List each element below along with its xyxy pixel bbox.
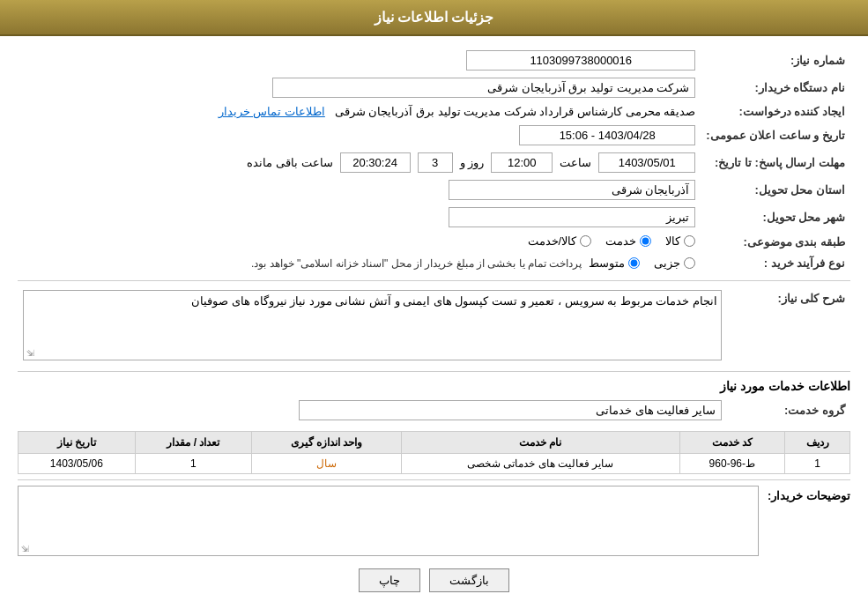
city-value: تبریز: [18, 204, 701, 231]
response-time-box: 12:00: [491, 152, 553, 173]
category-option-both[interactable]: کالا/خدمت: [528, 234, 592, 248]
col-header-date: تاریخ نیاز: [19, 432, 136, 454]
province-label: استان محل تحویل:: [701, 176, 850, 204]
purchase-radio-partial[interactable]: [684, 257, 695, 269]
purchase-type-label: نوع فرآیند خرید :: [701, 253, 850, 273]
time-label: ساعت: [560, 156, 591, 169]
need-number-label: شماره نیاز:: [701, 47, 850, 74]
service-group-value: سایر فعالیت های خدماتی: [18, 397, 727, 424]
button-row: بازگشت چاپ: [18, 568, 850, 592]
buyer-org-row: نام دستگاه خریدار: شرکت مدیریت تولید برق…: [18, 74, 850, 101]
purchase-radio-group: جزیی متوسط: [589, 256, 695, 270]
category-option-goods[interactable]: کالا: [665, 234, 695, 248]
city-box: تبریز: [449, 207, 695, 227]
print-button[interactable]: چاپ: [359, 568, 420, 592]
creator-text: صدیقه محرمی کارشناس قرارداد شرکت مدیریت …: [335, 105, 696, 118]
purchase-type-flex: جزیی متوسط پرداخت تمام یا بخشی از مبلغ خ…: [23, 256, 695, 270]
page-title: جزئیات اطلاعات نیاز: [375, 10, 494, 25]
service-group-row: گروه خدمت: سایر فعالیت های خدماتی: [18, 397, 850, 424]
city-label: شهر محل تحویل:: [701, 204, 850, 231]
response-date-box: 1403/05/01: [598, 152, 695, 173]
need-summary-text: انجام خدمات مربوط به سرویس ، تعمیر و تست…: [191, 294, 717, 308]
day-label: روز و: [460, 156, 485, 169]
creator-link[interactable]: اطلاعات تماس خریدار: [219, 105, 325, 118]
services-table-body: 1ط-96-960سایر فعالیت های خدماتی شخصیسال1…: [19, 454, 850, 474]
purchase-option-medium[interactable]: متوسط: [589, 256, 640, 270]
remaining-label: ساعت باقی مانده: [247, 156, 332, 169]
category-goods-label: کالا: [665, 234, 680, 248]
buyer-description-container: توضیحات خریدار: ⇲: [18, 486, 850, 556]
need-number-box: 1103099738000016: [466, 50, 695, 71]
category-radio-goods[interactable]: [684, 235, 695, 247]
page-header: جزئیات اطلاعات نیاز: [0, 0, 868, 36]
need-summary-table: شرح کلی نیاز: انجام خدمات مربوط به سرویس…: [18, 286, 850, 364]
creator-label: ایجاد کننده درخواست:: [701, 101, 850, 122]
category-radio-both[interactable]: [580, 235, 591, 247]
col-header-unit: واحد اندازه گیری: [252, 432, 402, 454]
resize-icon-2: ⇲: [22, 544, 29, 553]
buyer-description-box: ⇲: [18, 486, 759, 556]
creator-value: صدیقه محرمی کارشناس قرارداد شرکت مدیریت …: [18, 101, 701, 122]
back-button[interactable]: بازگشت: [429, 568, 509, 592]
buyer-description-area: ⇲: [18, 486, 759, 556]
table-cell: ط-96-960: [679, 454, 784, 474]
category-both-label: کالا/خدمت: [528, 234, 577, 248]
divider-3: [18, 479, 850, 480]
province-box: آذربایجان شرقی: [449, 180, 695, 200]
purchase-medium-label: متوسط: [589, 256, 625, 270]
category-option-service[interactable]: خدمت: [605, 234, 651, 248]
need-summary-box: انجام خدمات مربوط به سرویس ، تعمیر و تست…: [23, 290, 722, 360]
services-section-title: اطلاعات خدمات مورد نیاز: [18, 379, 850, 393]
category-radio-group: کالا خدمت کالا/خدمت: [528, 234, 696, 248]
services-table: ردیف کد خدمت نام خدمت واحد اندازه گیری ت…: [18, 431, 850, 474]
table-row: 1ط-96-960سایر فعالیت های خدماتی شخصیسال1…: [19, 454, 850, 474]
announce-box: 1403/04/28 - 15:06: [519, 125, 695, 145]
category-label: طبقه بندی موضوعی:: [701, 231, 850, 253]
table-cell: 1: [785, 454, 850, 474]
buyer-org-box: شرکت مدیریت تولید برق آذربایجان شرقی: [272, 78, 695, 98]
buyer-org-label: نام دستگاه خریدار:: [701, 74, 850, 101]
service-group-label: گروه خدمت:: [727, 397, 850, 424]
deadline-value: 1403/05/01 ساعت 12:00 روز و 3 20:30:24 س…: [18, 149, 701, 176]
province-row: استان محل تحویل: آذربایجان شرقی: [18, 176, 850, 204]
col-header-row: ردیف: [785, 432, 850, 454]
table-cell: سایر فعالیت های خدماتی شخصی: [402, 454, 680, 474]
city-row: شهر محل تحویل: تبریز: [18, 204, 850, 231]
service-group-box: سایر فعالیت های خدماتی: [299, 400, 722, 420]
col-header-code: کد خدمت: [679, 432, 784, 454]
buyer-description-label: توضیحات خریدار:: [768, 486, 850, 502]
purchase-radio-medium[interactable]: [628, 257, 640, 269]
category-service-label: خدمت: [605, 234, 636, 248]
purchase-notice: پرداخت تمام یا بخشی از مبلغ خریدار از مح…: [251, 257, 582, 270]
need-summary-label: شرح کلی نیاز:: [727, 286, 850, 364]
services-header-row: ردیف کد خدمت نام خدمت واحد اندازه گیری ت…: [19, 432, 850, 454]
purchase-partial-label: جزیی: [654, 256, 680, 270]
purchase-option-partial[interactable]: جزیی: [654, 256, 695, 270]
table-cell: 1: [135, 454, 252, 474]
category-radio-service[interactable]: [640, 235, 651, 247]
creator-row: ایجاد کننده درخواست: صدیقه محرمی کارشناس…: [18, 101, 850, 122]
page-wrapper: جزئیات اطلاعات نیاز شماره نیاز: 11030997…: [0, 0, 868, 609]
response-remaining-box: 20:30:24: [340, 152, 411, 173]
deadline-label: مهلت ارسال پاسخ: تا تاریخ:: [701, 149, 850, 176]
need-summary-value: انجام خدمات مربوط به سرویس ، تعمیر و تست…: [18, 286, 727, 364]
services-table-head: ردیف کد خدمت نام خدمت واحد اندازه گیری ت…: [19, 432, 850, 454]
need-number-value: 1103099738000016: [18, 47, 701, 74]
info-table: شماره نیاز: 1103099738000016 نام دستگاه …: [18, 47, 850, 273]
deadline-row-flex: 1403/05/01 ساعت 12:00 روز و 3 20:30:24 س…: [23, 152, 695, 173]
buyer-org-value: شرکت مدیریت تولید برق آذربایجان شرقی: [18, 74, 701, 101]
purchase-type-row: نوع فرآیند خرید : جزیی متوسط: [18, 253, 850, 273]
service-group-table: گروه خدمت: سایر فعالیت های خدماتی: [18, 397, 850, 424]
category-row: طبقه بندی موضوعی: کالا خدمت: [18, 231, 850, 253]
divider-2: [18, 371, 850, 372]
table-cell: سال: [252, 454, 402, 474]
announce-row: تاریخ و ساعت اعلان عمومی: 1403/04/28 - 1…: [18, 122, 850, 149]
announce-label: تاریخ و ساعت اعلان عمومی:: [701, 122, 850, 149]
need-summary-row: شرح کلی نیاز: انجام خدمات مربوط به سرویس…: [18, 286, 850, 364]
response-days-box: 3: [418, 152, 453, 173]
announce-value: 1403/04/28 - 15:06: [18, 122, 701, 149]
category-value: کالا خدمت کالا/خدمت: [18, 231, 701, 253]
province-value: آذربایجان شرقی: [18, 176, 701, 204]
need-number-row: شماره نیاز: 1103099738000016: [18, 47, 850, 74]
col-header-quantity: تعداد / مقدار: [135, 432, 252, 454]
